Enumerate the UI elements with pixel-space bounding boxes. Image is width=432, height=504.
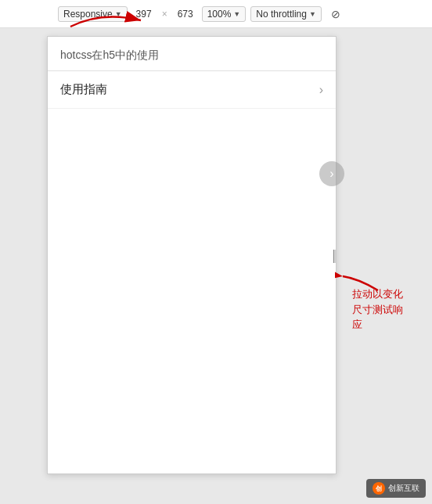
menu-item-label: 使用指南 (60, 82, 107, 97)
throttle-label: No throttling (256, 9, 307, 20)
resize-lines-icon: || (332, 248, 336, 262)
resize-handle[interactable]: || (331, 37, 337, 473)
menu-item-guide[interactable]: 使用指南 › (48, 71, 336, 109)
dimension-separator: × (160, 9, 169, 20)
rotate-button[interactable]: ⊘ (326, 5, 345, 23)
device-frame-container: hotcss在h5中的使用 使用指南 › || (47, 28, 432, 504)
resize-annotation-arrow (335, 259, 382, 301)
rotate-icon: ⊘ (331, 8, 340, 20)
drag-annotation-text: 拉动以变化 尺寸测试响 应 (352, 288, 403, 330)
device-frame: hotcss在h5中的使用 使用指南 › || (47, 36, 337, 474)
width-value: 397 (132, 9, 156, 20)
devtools-toolbar: Responsive ▼ 397 × 673 100% ▼ No throttl… (0, 0, 432, 28)
main-area: hotcss在h5中的使用 使用指南 › || (0, 28, 432, 504)
responsive-label: Responsive (63, 9, 113, 20)
page-title-bar: hotcss在h5中的使用 (48, 37, 336, 71)
drag-annotation: 拉动以变化 尺寸测试响 应 (352, 286, 403, 333)
responsive-caret: ▼ (115, 10, 122, 18)
throttle-dropdown[interactable]: No throttling ▼ (250, 6, 322, 22)
zoom-label: 100% (207, 9, 232, 20)
menu-item-arrow: › (319, 83, 323, 97)
responsive-dropdown[interactable]: Responsive ▼ (58, 6, 128, 22)
height-value: 673 (174, 9, 197, 20)
zoom-caret: ▼ (233, 10, 240, 18)
zoom-dropdown[interactable]: 100% ▼ (202, 6, 247, 22)
page-title: hotcss在h5中的使用 (60, 49, 159, 61)
watermark-logo: 创 (373, 482, 385, 495)
throttle-caret: ▼ (309, 10, 316, 18)
watermark-text: 创新互联 (388, 483, 419, 494)
left-gutter (0, 28, 47, 504)
watermark: 创 创新互联 (366, 479, 426, 498)
